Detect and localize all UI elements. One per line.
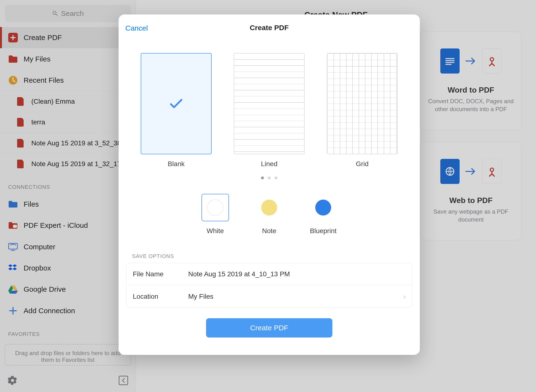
template-lined[interactable]: Lined: [234, 53, 305, 168]
swatch-icon: [315, 200, 331, 216]
location-row[interactable]: Location My Files ›: [127, 285, 412, 307]
chevron-right-icon: ›: [403, 292, 406, 301]
swatch-icon: [207, 200, 223, 216]
location-value: My Files: [188, 293, 403, 300]
create-pdf-modal: Cancel Create PDF Blank Lined Grid White: [119, 14, 420, 355]
color-label: White: [207, 227, 224, 235]
file-name-value: Note Aug 15 2019 at 4_10_13 PM: [188, 270, 406, 278]
color-label: Note: [262, 227, 276, 235]
file-name-row[interactable]: File Name Note Aug 15 2019 at 4_10_13 PM: [127, 263, 412, 285]
color-note[interactable]: Note: [255, 194, 283, 235]
color-white[interactable]: White: [201, 194, 229, 235]
check-icon: [170, 99, 182, 108]
create-pdf-button[interactable]: Create PDF: [206, 318, 332, 338]
file-name-key: File Name: [133, 270, 188, 278]
location-key: Location: [133, 293, 188, 300]
modal-title: Create PDF: [250, 24, 289, 32]
template-label: Blank: [168, 160, 185, 168]
swatch-icon: [261, 200, 277, 216]
template-label: Lined: [261, 160, 278, 168]
page-indicator: [119, 172, 420, 180]
template-label: Grid: [356, 160, 369, 168]
template-picker: Blank Lined Grid: [119, 41, 420, 172]
cancel-button[interactable]: Cancel: [125, 24, 148, 32]
save-options-header: SAVE OPTIONS: [119, 241, 420, 263]
page-dot[interactable]: [275, 176, 277, 179]
color-label: Blueprint: [310, 227, 337, 235]
template-grid[interactable]: Grid: [327, 53, 398, 168]
page-dot[interactable]: [261, 176, 264, 179]
color-blueprint[interactable]: Blueprint: [309, 194, 337, 235]
color-picker: White Note Blueprint: [119, 180, 420, 241]
template-blank[interactable]: Blank: [141, 53, 212, 168]
page-dot[interactable]: [268, 176, 271, 179]
